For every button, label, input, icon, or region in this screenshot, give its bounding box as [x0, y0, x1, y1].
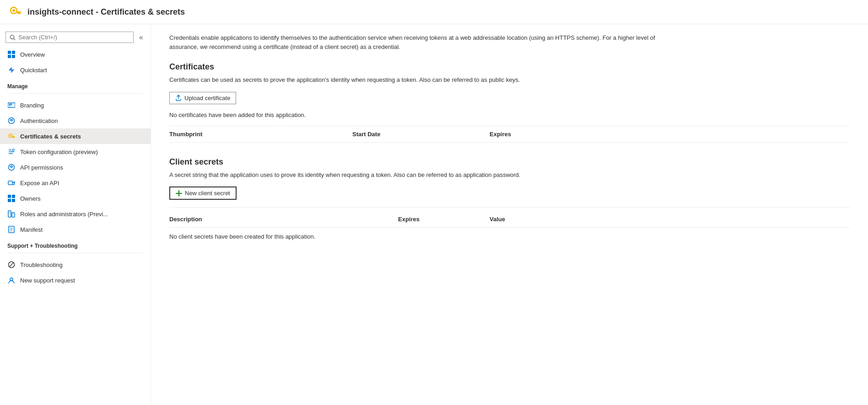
plus-icon — [176, 190, 182, 197]
auth-icon — [7, 117, 16, 125]
sidebar-item-branding[interactable]: Branding — [0, 97, 151, 113]
col-expires-header: Expires — [490, 131, 581, 138]
certificates-description: Certificates can be used as secrets to p… — [169, 75, 850, 85]
svg-rect-8 — [9, 104, 12, 105]
sidebar-item-overview[interactable]: Overview — [0, 47, 151, 62]
search-input[interactable] — [18, 34, 129, 41]
sidebar-item-quickstart[interactable]: Quickstart — [0, 62, 151, 78]
client-secrets-table-header: Description Expires Value — [169, 211, 850, 228]
sidebar-item-authentication[interactable]: Authentication — [0, 113, 151, 128]
svg-point-5 — [10, 35, 14, 38]
svg-line-6 — [14, 38, 15, 40]
col-value-header: Value — [490, 216, 581, 223]
client-secrets-description: A secret string that the application use… — [169, 171, 850, 180]
client-secrets-title: Client secrets — [169, 157, 850, 167]
search-box[interactable] — [5, 32, 134, 43]
page-header: insights-connect - Certificates & secret… — [0, 0, 868, 24]
svg-point-1 — [12, 9, 15, 12]
client-secrets-empty-text: No client secrets have been created for … — [169, 233, 850, 240]
sidebar-item-certificates-secrets[interactable]: Certificates & secrets — [0, 128, 151, 144]
client-secrets-section: Client secrets A secret string that the … — [169, 157, 850, 240]
sidebar-item-expose-api[interactable]: Expose an API — [0, 175, 151, 191]
manage-section-label: Manage — [0, 78, 151, 91]
svg-rect-25 — [8, 181, 12, 185]
roles-icon — [7, 210, 16, 218]
lightning-icon — [7, 66, 16, 74]
support-divider — [7, 253, 143, 253]
manifest-icon — [7, 225, 16, 234]
sidebar-item-api-permissions[interactable]: API permissions — [0, 160, 151, 175]
key-icon — [7, 132, 16, 140]
svg-rect-14 — [12, 136, 15, 137]
svg-rect-3 — [19, 13, 21, 14]
svg-point-26 — [13, 181, 15, 183]
main-content: Credentials enable applications to ident… — [151, 24, 868, 405]
certificates-table-header: Thumbprint Start Date Expires — [169, 126, 850, 143]
svg-point-23 — [11, 164, 12, 165]
client-secrets-table: Description Expires Value No client secr… — [169, 207, 850, 240]
troubleshoot-icon — [7, 261, 16, 269]
grid-icon — [7, 50, 16, 59]
col-startdate-header: Start Date — [352, 131, 490, 138]
page-title: insights-connect - Certificates & secret… — [27, 7, 185, 17]
svg-rect-28 — [12, 213, 15, 217]
svg-rect-15 — [14, 137, 15, 138]
upload-icon — [175, 95, 182, 101]
col-desc-header: Description — [169, 216, 398, 223]
certificates-section: Certificates Certificates can be used as… — [169, 62, 850, 143]
sidebar-item-manifest[interactable]: Manifest — [0, 222, 151, 237]
svg-point-37 — [10, 278, 13, 281]
sidebar-item-owners[interactable]: Owners — [0, 191, 151, 206]
sidebar-item-roles-admin[interactable]: Roles and administrators (Previ... — [0, 206, 151, 222]
branding-icon — [7, 101, 16, 109]
owners-icon — [7, 194, 16, 202]
sidebar: « Overview Quickstart Manage — [0, 24, 151, 405]
search-container: « — [0, 28, 151, 47]
token-icon — [7, 148, 16, 156]
sidebar-item-token-config[interactable]: Token configuration (preview) — [0, 144, 151, 160]
sidebar-item-troubleshooting[interactable]: Troubleshooting — [0, 257, 151, 272]
svg-point-22 — [11, 167, 12, 168]
search-icon — [10, 34, 16, 41]
api-icon — [7, 163, 16, 171]
col-thumbprint-header: Thumbprint — [169, 131, 352, 138]
certificates-table: Thumbprint Start Date Expires — [169, 126, 850, 143]
svg-rect-4 — [17, 13, 19, 14]
certificates-title: Certificates — [169, 62, 850, 72]
col-cs-expires-header: Expires — [398, 216, 490, 223]
upload-certificate-button[interactable]: Upload certificate — [169, 92, 236, 104]
svg-rect-9 — [9, 105, 11, 106]
svg-rect-27 — [8, 211, 11, 217]
svg-rect-7 — [8, 103, 15, 107]
svg-rect-16 — [13, 137, 14, 138]
expose-icon — [7, 179, 16, 187]
svg-point-24 — [11, 170, 12, 171]
header-key-icon — [9, 5, 22, 18]
collapse-sidebar-button[interactable]: « — [137, 32, 145, 43]
svg-point-13 — [10, 135, 11, 137]
svg-rect-2 — [16, 11, 21, 13]
manage-divider — [7, 93, 143, 94]
svg-point-11 — [11, 120, 12, 122]
new-client-secret-button[interactable]: New client secret — [169, 187, 237, 200]
support-section-label: Support + Troubleshooting — [0, 237, 151, 251]
intro-description: Credentials enable applications to ident… — [169, 33, 673, 51]
support-icon — [7, 276, 16, 284]
sidebar-item-new-support-request[interactable]: New support request — [0, 272, 151, 288]
certificates-empty-text: No certificates have been added for this… — [169, 112, 850, 118]
svg-rect-20 — [12, 149, 14, 151]
